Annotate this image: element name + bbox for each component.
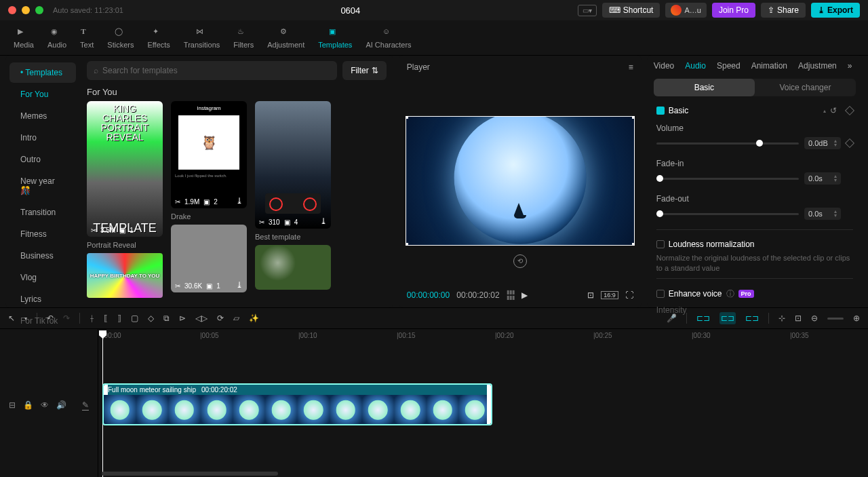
category-memes[interactable]: Memes <box>9 106 76 126</box>
minimize-window[interactable] <box>22 6 30 14</box>
aspect-ratio[interactable]: 16:9 <box>601 291 618 299</box>
stepper-icon[interactable]: ▴▾ <box>834 139 837 147</box>
fadein-slider[interactable] <box>656 178 799 180</box>
join-pro-button[interactable]: Join Pro <box>712 3 755 18</box>
tab-adjustment[interactable]: ⚙Adjustment <box>260 20 311 55</box>
zoom-in-icon[interactable]: ⊕ <box>853 313 860 323</box>
resize-handle[interactable] <box>632 243 635 246</box>
category-lyrics[interactable]: Lyrics <box>9 289 76 309</box>
category-intro[interactable]: Intro <box>9 128 76 148</box>
prop-tab-speed[interactable]: Speed <box>717 61 741 71</box>
category-vlog[interactable]: Vlog <box>9 267 76 288</box>
tab-audio[interactable]: ◉Audio <box>41 20 73 55</box>
volume-slider[interactable] <box>656 142 799 145</box>
track-edit-icon[interactable]: ✎ <box>82 400 89 411</box>
template-card[interactable]: Instagram 🦉 Look I just flipped the swit… <box>171 101 247 208</box>
rotate-handle[interactable]: ⟲ <box>513 254 527 268</box>
zoom-out-icon[interactable]: ⊖ <box>811 313 818 323</box>
loudness-checkbox[interactable] <box>656 240 665 248</box>
marker-tool[interactable]: ◇ <box>148 313 154 323</box>
maximize-window[interactable] <box>35 6 43 14</box>
tab-text[interactable]: TText <box>73 20 100 55</box>
download-icon[interactable]: ⤓ <box>236 280 243 290</box>
play-button[interactable]: ▶ <box>521 290 528 300</box>
tab-templates[interactable]: ▣Templates <box>311 20 359 55</box>
stepper-icon[interactable]: ▴▾ <box>834 174 837 183</box>
category-transition[interactable]: Transition <box>9 202 76 223</box>
trim-left-tool[interactable]: ⟦ <box>104 313 108 323</box>
download-icon[interactable]: ⤓ <box>320 216 327 226</box>
redo-button[interactable]: ↷ <box>63 313 70 323</box>
tab-filters[interactable]: ♨Filters <box>226 20 260 55</box>
link-icon[interactable]: ⊏⊐ <box>745 313 759 323</box>
template-card[interactable]: KING CHARLESPORTRAIT REVEAL TEMPLATE ✂3.… <box>87 101 163 237</box>
magnet-off-icon[interactable]: ⊏⊐ <box>696 313 710 323</box>
export-button[interactable]: ⤓Export <box>811 3 860 18</box>
prop-tab-animation[interactable]: Animation <box>751 61 787 71</box>
shortcut-button[interactable]: ⌨Shortcut <box>602 3 660 18</box>
clip-handle-right[interactable] <box>487 385 492 424</box>
template-card[interactable]: ✂30.6K▣1 ⤓ <box>171 225 247 292</box>
video-preview[interactable] <box>406 116 635 245</box>
info-icon[interactable]: ⓘ <box>726 288 734 300</box>
player-menu-icon[interactable]: ≡ <box>629 62 633 72</box>
quality-icon[interactable]: ▮▮▮▮▮▮ <box>507 290 515 301</box>
keyframe-icon[interactable] <box>845 106 854 115</box>
seg-voice-changer[interactable]: Voice changer <box>755 79 856 96</box>
mirror-tool[interactable]: ◁▷ <box>195 313 208 323</box>
fullscreen-icon[interactable]: ⛶ <box>625 290 633 300</box>
prop-tab-video[interactable]: Video <box>654 61 674 71</box>
template-card[interactable]: ✂310▣4 ⤓ <box>255 101 331 229</box>
video-clip[interactable]: Full moon meteor sailing ship 00:00:20:0… <box>102 383 492 425</box>
trim-right-tool[interactable]: ⟧ <box>117 313 121 323</box>
fadein-value[interactable]: 0.0s▴▾ <box>804 172 841 185</box>
search-input[interactable]: ⌕Search for templates <box>87 61 337 80</box>
crop-tool[interactable]: ▱ <box>233 313 239 323</box>
player-canvas[interactable]: ⟲ <box>399 79 642 283</box>
template-card[interactable] <box>255 245 331 290</box>
close-window[interactable] <box>8 6 16 14</box>
category-new-year[interactable]: New year 🎊 <box>9 171 76 201</box>
enhance-tool[interactable]: ✨ <box>249 313 259 323</box>
tab-ai-characters[interactable]: ☺AI Characters <box>359 20 418 55</box>
prop-tab-audio[interactable]: Audio <box>685 61 706 71</box>
timeline-tracks[interactable]: |00:00 |00:05 |00:10 |00:15 |00:20 |00:2… <box>98 329 868 477</box>
snapshot-icon[interactable]: ⊡ <box>587 290 594 300</box>
delete-tool[interactable]: ▢ <box>131 313 138 323</box>
track-lock-icon[interactable]: 🔒 <box>23 400 33 410</box>
basic-checkbox[interactable] <box>656 107 665 115</box>
filter-button[interactable]: Filter⇅ <box>342 61 387 80</box>
tab-stickers[interactable]: ◯Stickers <box>100 20 140 55</box>
template-card[interactable]: HAPPY BIRTHDAY TO YOU <box>87 253 163 298</box>
tab-transitions[interactable]: ⋈Transitions <box>177 20 226 55</box>
tab-media[interactable]: ▶Media <box>7 20 41 55</box>
category-business[interactable]: Business <box>9 246 76 266</box>
user-chip[interactable]: A…u <box>665 3 706 18</box>
enhance-checkbox[interactable] <box>656 290 665 298</box>
category-for-you[interactable]: For You <box>9 84 76 104</box>
horizontal-scrollbar[interactable] <box>102 472 278 476</box>
reset-icon[interactable]: ↺ <box>830 106 837 115</box>
reverse-tool[interactable]: ⊳ <box>179 313 186 323</box>
align-icon[interactable]: ⊹ <box>778 313 785 323</box>
category-fitness[interactable]: Fitness <box>9 224 76 244</box>
rotate-tool[interactable]: ⟳ <box>217 313 224 323</box>
prop-tab-adjustment[interactable]: Adjustmen <box>798 61 837 71</box>
fadeout-slider[interactable] <box>656 213 799 215</box>
mic-icon[interactable]: 🎤 <box>667 313 677 323</box>
zoom-slider[interactable] <box>827 318 844 320</box>
tab-effects[interactable]: ✦Effects <box>140 20 176 55</box>
preview-icon[interactable]: ⊡ <box>795 313 802 323</box>
fadeout-value[interactable]: 0.0s▴▾ <box>804 208 841 220</box>
layout-icon[interactable]: ▭▾ <box>578 5 597 16</box>
stepper-icon[interactable]: ▴▾ <box>834 210 837 218</box>
track-visibility-icon[interactable]: 👁 <box>41 400 49 410</box>
volume-value[interactable]: 0.0dB▴▾ <box>804 137 841 149</box>
resize-handle[interactable] <box>632 116 635 119</box>
resize-handle[interactable] <box>406 116 408 119</box>
category-templates-heading[interactable]: • Templates <box>9 62 76 83</box>
seg-basic[interactable]: Basic <box>654 79 755 96</box>
track-collapse-icon[interactable]: ⊟ <box>9 400 16 410</box>
resize-handle[interactable] <box>406 243 408 246</box>
copy-tool[interactable]: ⧉ <box>163 313 170 323</box>
